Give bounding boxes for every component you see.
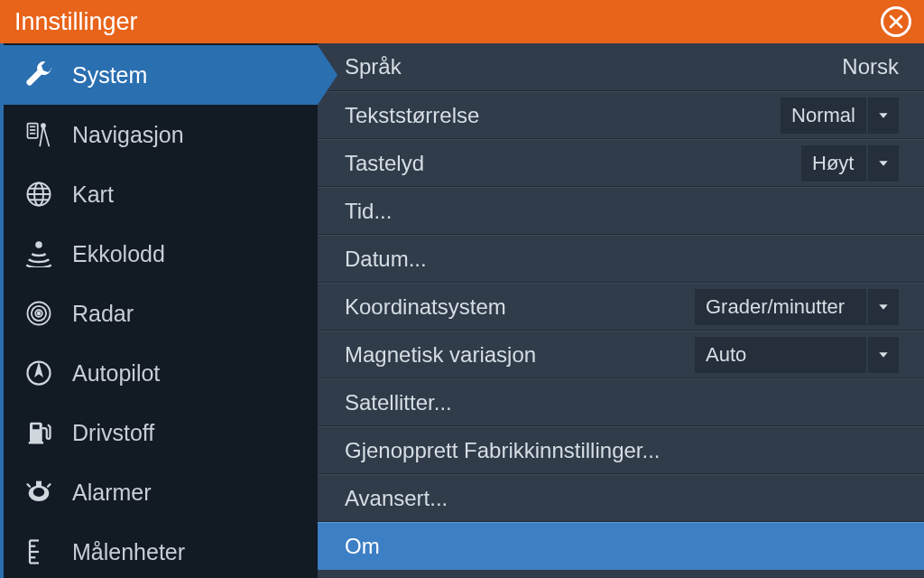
- radar-icon: [20, 294, 58, 332]
- row-label: Avansert...: [345, 486, 448, 511]
- row-label: Tastelyd: [345, 151, 424, 176]
- sidebar-item-system[interactable]: System: [4, 45, 318, 105]
- svg-point-17: [33, 488, 45, 497]
- compass-tools-icon: [20, 116, 58, 154]
- chevron-down-icon: [868, 98, 899, 134]
- row-datum[interactable]: Datum...: [318, 235, 924, 283]
- titlebar-title: Innstillinger: [14, 8, 138, 36]
- row-value: Norsk: [842, 54, 899, 79]
- dropdown-value: Grader/minutter: [695, 289, 866, 325]
- close-icon: [888, 14, 904, 30]
- row-label: Koordinatsystem: [345, 294, 506, 320]
- row-sprak[interactable]: Språk Norsk: [318, 43, 924, 91]
- sidebar: System Navigasjon: [0, 43, 318, 578]
- close-button[interactable]: [881, 6, 911, 37]
- row-label: Gjenopprett Fabrikkinnstillinger...: [345, 438, 661, 463]
- svg-rect-18: [37, 482, 41, 487]
- row-magnetisk-variasjon[interactable]: Magnetisk variasjon Auto: [318, 331, 924, 378]
- alarm-icon: [20, 473, 58, 511]
- sidebar-item-malenheter[interactable]: Målenheter: [4, 522, 318, 578]
- row-tekststorrelse[interactable]: Tekststørrelse Normal: [318, 91, 924, 139]
- row-satellitter[interactable]: Satellitter...: [318, 378, 924, 426]
- sidebar-item-drivstoff[interactable]: Drivstoff: [4, 403, 318, 462]
- sidebar-item-ekkolodd[interactable]: Ekkolodd: [4, 224, 318, 284]
- row-tid[interactable]: Tid...: [318, 187, 924, 235]
- sidebar-item-label: Drivstoff: [72, 420, 154, 446]
- tekststorrelse-dropdown[interactable]: Normal: [781, 98, 899, 134]
- content-panel: Språk Norsk Tekststørrelse Normal Tastel…: [318, 43, 924, 578]
- chevron-down-icon: [868, 289, 899, 325]
- dropdown-value: Høyt: [801, 145, 866, 182]
- globe-icon: [20, 175, 58, 213]
- main: System Navigasjon: [0, 43, 924, 578]
- row-om[interactable]: Om: [318, 522, 924, 570]
- sidebar-item-label: Radar: [72, 301, 134, 327]
- row-label: Om: [345, 534, 380, 559]
- chevron-down-icon: [868, 337, 899, 373]
- row-avansert[interactable]: Avansert...: [318, 474, 924, 522]
- sidebar-item-autopilot[interactable]: Autopilot: [4, 343, 318, 403]
- sidebar-item-kart[interactable]: Kart: [4, 164, 318, 224]
- sidebar-item-label: Målenheter: [72, 539, 185, 565]
- sidebar-item-navigasjon[interactable]: Navigasjon: [4, 105, 318, 164]
- tastelyd-dropdown[interactable]: Høyt: [801, 145, 899, 182]
- dropdown-value: Auto: [695, 337, 866, 373]
- svg-rect-14: [32, 424, 40, 429]
- sidebar-item-label: Alarmer: [72, 480, 152, 506]
- sidebar-item-label: Ekkolodd: [72, 241, 165, 267]
- ruler-icon: [20, 533, 58, 571]
- row-label: Tekststørrelse: [345, 103, 479, 128]
- sidebar-item-label: Kart: [72, 182, 114, 208]
- sidebar-item-alarmer[interactable]: Alarmer: [4, 462, 318, 522]
- wrench-icon: [20, 56, 58, 94]
- dropdown-value: Normal: [781, 98, 866, 134]
- autopilot-icon: [20, 354, 58, 392]
- fuel-icon: [20, 414, 58, 452]
- row-label: Satellitter...: [345, 390, 452, 415]
- row-label: Magnetisk variasjon: [345, 342, 536, 368]
- magnetisk-variasjon-dropdown[interactable]: Auto: [695, 337, 899, 373]
- row-tastelyd[interactable]: Tastelyd Høyt: [318, 139, 924, 187]
- row-label: Tid...: [345, 199, 392, 224]
- sidebar-item-label: Navigasjon: [72, 122, 184, 148]
- sonar-icon: [20, 235, 58, 273]
- svg-point-12: [38, 312, 41, 315]
- sidebar-item-radar[interactable]: Radar: [4, 284, 318, 343]
- svg-point-4: [42, 124, 45, 127]
- row-label: Datum...: [345, 247, 427, 272]
- titlebar: Innstillinger: [0, 0, 924, 43]
- svg-rect-15: [29, 442, 43, 444]
- row-koordinatsystem[interactable]: Koordinatsystem Grader/minutter: [318, 283, 924, 331]
- row-gjenopprett[interactable]: Gjenopprett Fabrikkinnstillinger...: [318, 426, 924, 474]
- sidebar-item-label: Autopilot: [72, 360, 160, 387]
- koordinatsystem-dropdown[interactable]: Grader/minutter: [695, 289, 899, 325]
- sidebar-item-label: System: [72, 62, 147, 89]
- row-label: Språk: [345, 54, 402, 79]
- svg-point-8: [37, 243, 42, 247]
- chevron-down-icon: [868, 145, 899, 182]
